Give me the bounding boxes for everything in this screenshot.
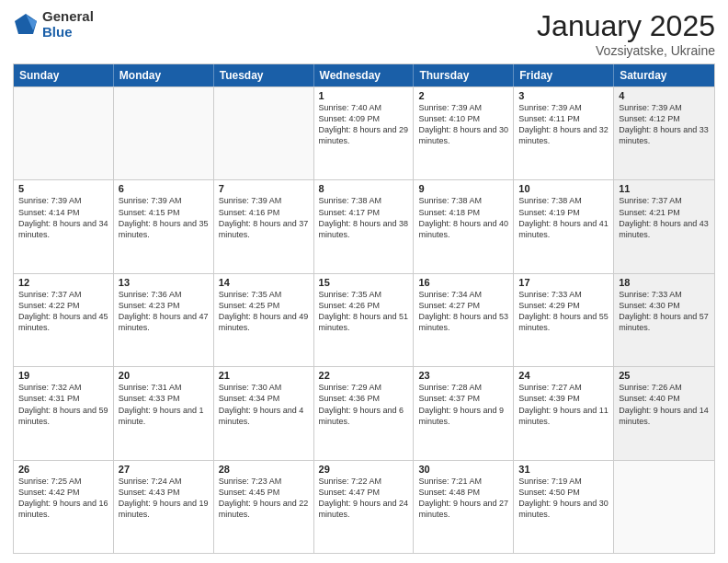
cell-info: Sunrise: 7:27 AMSunset: 4:39 PMDaylight:… [518,382,609,427]
day-number: 19 [18,370,108,381]
day-number: 10 [518,183,609,194]
cal-cell-3-5: 24Sunrise: 7:27 AMSunset: 4:39 PMDayligh… [514,367,614,459]
day-number: 7 [219,183,309,194]
day-number: 9 [418,183,508,194]
day-number: 24 [518,370,609,381]
cal-cell-2-3: 15Sunrise: 7:35 AMSunset: 4:26 PMDayligh… [314,274,415,366]
day-number: 30 [418,464,508,475]
cal-cell-0-3: 1Sunrise: 7:40 AMSunset: 4:09 PMDaylight… [314,87,415,179]
cell-info: Sunrise: 7:39 AMSunset: 4:12 PMDaylight:… [619,102,710,147]
cal-cell-3-0: 19Sunrise: 7:32 AMSunset: 4:31 PMDayligh… [14,367,114,459]
day-number: 1 [319,90,409,101]
day-number: 27 [119,464,209,475]
cell-info: Sunrise: 7:39 AMSunset: 4:16 PMDaylight:… [219,195,309,240]
month-title: January 2025 [537,9,715,43]
cell-info: Sunrise: 7:19 AMSunset: 4:50 PMDaylight:… [518,476,609,521]
cal-cell-1-2: 7Sunrise: 7:39 AMSunset: 4:16 PMDaylight… [214,180,314,272]
cal-cell-1-4: 9Sunrise: 7:38 AMSunset: 4:18 PMDaylight… [414,180,514,272]
location: Vozsiyatske, Ukraine [537,43,715,58]
cell-info: Sunrise: 7:33 AMSunset: 4:29 PMDaylight:… [518,289,609,334]
day-number: 23 [418,370,508,381]
cell-info: Sunrise: 7:39 AMSunset: 4:14 PMDaylight:… [18,195,108,240]
cell-info: Sunrise: 7:31 AMSunset: 4:33 PMDaylight:… [119,382,209,427]
logo-icon [13,12,39,38]
cell-info: Sunrise: 7:32 AMSunset: 4:31 PMDaylight:… [18,382,108,427]
cell-info: Sunrise: 7:37 AMSunset: 4:21 PMDaylight:… [619,195,710,240]
cell-info: Sunrise: 7:40 AMSunset: 4:09 PMDaylight:… [319,102,409,147]
cal-cell-2-1: 13Sunrise: 7:36 AMSunset: 4:23 PMDayligh… [114,274,214,366]
day-number: 21 [219,370,309,381]
cal-row-0: 1Sunrise: 7:40 AMSunset: 4:09 PMDaylight… [14,86,714,179]
cell-info: Sunrise: 7:22 AMSunset: 4:47 PMDaylight:… [319,476,409,521]
day-number: 16 [418,277,508,288]
day-number: 31 [518,464,609,475]
cal-cell-3-1: 20Sunrise: 7:31 AMSunset: 4:33 PMDayligh… [114,367,214,459]
cell-info: Sunrise: 7:26 AMSunset: 4:40 PMDaylight:… [619,382,710,427]
day-number: 18 [619,277,710,288]
cell-info: Sunrise: 7:30 AMSunset: 4:34 PMDaylight:… [219,382,309,427]
day-number: 15 [319,277,409,288]
day-number: 12 [18,277,108,288]
day-number: 4 [619,90,710,101]
cal-cell-1-3: 8Sunrise: 7:38 AMSunset: 4:17 PMDaylight… [314,180,415,272]
calendar: Sunday Monday Tuesday Wednesday Thursday… [13,63,715,554]
cal-row-3: 19Sunrise: 7:32 AMSunset: 4:31 PMDayligh… [14,366,714,459]
logo-text: General Blue [42,9,94,40]
cal-cell-3-3: 22Sunrise: 7:29 AMSunset: 4:36 PMDayligh… [314,367,415,459]
day-number: 8 [319,183,409,194]
cal-cell-0-2 [214,87,314,179]
cal-cell-2-0: 12Sunrise: 7:37 AMSunset: 4:22 PMDayligh… [14,274,114,366]
cell-info: Sunrise: 7:38 AMSunset: 4:17 PMDaylight:… [319,195,409,240]
cal-row-2: 12Sunrise: 7:37 AMSunset: 4:22 PMDayligh… [14,273,714,366]
day-number: 28 [219,464,309,475]
cell-info: Sunrise: 7:39 AMSunset: 4:10 PMDaylight:… [418,102,508,147]
cal-cell-1-1: 6Sunrise: 7:39 AMSunset: 4:15 PMDaylight… [114,180,214,272]
day-number: 22 [319,370,409,381]
cell-info: Sunrise: 7:34 AMSunset: 4:27 PMDaylight:… [418,289,508,334]
cal-row-1: 5Sunrise: 7:39 AMSunset: 4:14 PMDaylight… [14,179,714,272]
cal-cell-0-1 [114,87,214,179]
day-number: 14 [219,277,309,288]
day-number: 3 [518,90,609,101]
cal-cell-0-5: 3Sunrise: 7:39 AMSunset: 4:11 PMDaylight… [514,87,614,179]
logo-general-text: General [42,9,94,25]
cell-info: Sunrise: 7:39 AMSunset: 4:15 PMDaylight:… [119,195,209,240]
cell-info: Sunrise: 7:38 AMSunset: 4:18 PMDaylight:… [418,195,508,240]
cal-cell-3-4: 23Sunrise: 7:28 AMSunset: 4:37 PMDayligh… [414,367,514,459]
header-sunday: Sunday [14,64,114,86]
cal-cell-2-4: 16Sunrise: 7:34 AMSunset: 4:27 PMDayligh… [414,274,514,366]
cell-info: Sunrise: 7:37 AMSunset: 4:22 PMDaylight:… [18,289,108,334]
cell-info: Sunrise: 7:35 AMSunset: 4:26 PMDaylight:… [319,289,409,334]
header-wednesday: Wednesday [314,64,415,86]
header-monday: Monday [114,64,214,86]
header-saturday: Saturday [614,64,714,86]
cal-row-4: 26Sunrise: 7:25 AMSunset: 4:42 PMDayligh… [14,460,714,553]
day-number: 13 [119,277,209,288]
day-number: 11 [619,183,710,194]
cal-cell-3-2: 21Sunrise: 7:30 AMSunset: 4:34 PMDayligh… [214,367,314,459]
cal-cell-4-3: 29Sunrise: 7:22 AMSunset: 4:47 PMDayligh… [314,461,415,553]
header: General Blue January 2025 Vozsiyatske, U… [13,9,715,58]
day-number: 17 [518,277,609,288]
cal-cell-4-6 [614,461,714,553]
logo-blue-text: Blue [42,25,94,40]
header-tuesday: Tuesday [214,64,314,86]
title-section: January 2025 Vozsiyatske, Ukraine [537,9,715,58]
cal-cell-0-6: 4Sunrise: 7:39 AMSunset: 4:12 PMDaylight… [614,87,714,179]
cal-cell-1-5: 10Sunrise: 7:38 AMSunset: 4:19 PMDayligh… [514,180,614,272]
cal-cell-0-0 [14,87,114,179]
cell-info: Sunrise: 7:33 AMSunset: 4:30 PMDaylight:… [619,289,710,334]
cal-cell-2-5: 17Sunrise: 7:33 AMSunset: 4:29 PMDayligh… [514,274,614,366]
cell-info: Sunrise: 7:24 AMSunset: 4:43 PMDaylight:… [119,476,209,521]
cell-info: Sunrise: 7:38 AMSunset: 4:19 PMDaylight:… [518,195,609,240]
cell-info: Sunrise: 7:21 AMSunset: 4:48 PMDaylight:… [418,476,508,521]
day-number: 6 [119,183,209,194]
cell-info: Sunrise: 7:23 AMSunset: 4:45 PMDaylight:… [219,476,309,521]
day-number: 5 [18,183,108,194]
day-number: 25 [619,370,710,381]
header-thursday: Thursday [414,64,514,86]
cal-cell-4-4: 30Sunrise: 7:21 AMSunset: 4:48 PMDayligh… [414,461,514,553]
cal-cell-2-6: 18Sunrise: 7:33 AMSunset: 4:30 PMDayligh… [614,274,714,366]
cell-info: Sunrise: 7:25 AMSunset: 4:42 PMDaylight:… [18,476,108,521]
cell-info: Sunrise: 7:39 AMSunset: 4:11 PMDaylight:… [518,102,609,147]
